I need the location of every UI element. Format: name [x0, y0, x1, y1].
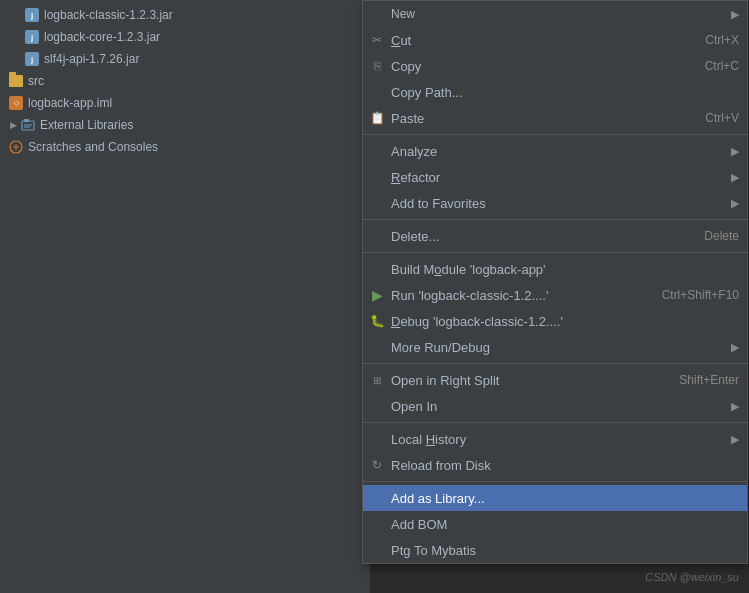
- submenu-arrow: ▶: [731, 341, 739, 354]
- reload-icon: ↻: [369, 457, 385, 473]
- menu-item-add-bom[interactable]: Add BOM: [363, 511, 747, 537]
- jar-icon: j: [24, 29, 40, 45]
- copy-icon: ⎘: [369, 58, 385, 74]
- menu-item-refactor[interactable]: Refactor ▶: [363, 164, 747, 190]
- shortcut-label: Shift+Enter: [679, 373, 739, 387]
- tree-item-label: src: [28, 74, 44, 88]
- tree-item-label: External Libraries: [40, 118, 133, 132]
- shortcut-label: Ctrl+V: [705, 111, 739, 125]
- menu-item-label: Ptg To Mybatis: [391, 543, 476, 558]
- separator: [363, 481, 747, 482]
- svg-rect-1: [24, 119, 29, 122]
- menu-item-copy-path[interactable]: Copy Path...: [363, 79, 747, 105]
- menu-item-label: New: [391, 7, 415, 21]
- menu-item-label: Refactor: [391, 170, 440, 185]
- folder-icon: [8, 73, 24, 89]
- separator: [363, 422, 747, 423]
- tree-item-label: Scratches and Consoles: [28, 140, 158, 154]
- menu-item-copy[interactable]: ⎘ Copy Ctrl+C: [363, 53, 747, 79]
- submenu-arrow: ▶: [731, 197, 739, 210]
- menu-item-build-module[interactable]: Build Module 'logback-app': [363, 256, 747, 282]
- menu-item-label: Delete...: [391, 229, 439, 244]
- menu-item-label-rest: ut: [400, 33, 411, 48]
- shortcut-label: Ctrl+C: [705, 59, 739, 73]
- external-lib-icon: [20, 117, 36, 133]
- submenu-arrow: ▶: [731, 433, 739, 446]
- shortcut-label: Delete: [704, 229, 739, 243]
- menu-item-ptg-to-mybatis[interactable]: Ptg To Mybatis: [363, 537, 747, 563]
- expand-arrow: ▶: [8, 120, 18, 130]
- menu-item-paste[interactable]: 📋 Paste Ctrl+V: [363, 105, 747, 131]
- menu-item-new[interactable]: New ▶: [363, 1, 747, 27]
- separator: [363, 219, 747, 220]
- menu-item-open-right-split[interactable]: ⊞ Open in Right Split Shift+Enter: [363, 367, 747, 393]
- tree-item-src[interactable]: src: [0, 70, 370, 92]
- menu-item-run[interactable]: ▶ Run 'logback-classic-1.2....' Ctrl+Shi…: [363, 282, 747, 308]
- menu-item-add-as-library[interactable]: Add as Library...: [363, 485, 747, 511]
- tree-item-slf4j-jar[interactable]: j slf4j-api-1.7.26.jar: [0, 48, 370, 70]
- iml-icon: ◇: [8, 95, 24, 111]
- menu-item-cut[interactable]: ✂ Cut Ctrl+X: [363, 27, 747, 53]
- menu-item-label: Debug 'logback-classic-1.2....': [391, 314, 563, 329]
- menu-item-label: Copy Path...: [391, 85, 463, 100]
- cut-icon: ✂: [369, 32, 385, 48]
- menu-item-more-run-debug[interactable]: More Run/Debug ▶: [363, 334, 747, 360]
- menu-item-label: Add to Favorites: [391, 196, 486, 211]
- separator: [363, 134, 747, 135]
- tree-item-external-libs[interactable]: ▶ External Libraries: [0, 114, 370, 136]
- menu-item-open-in[interactable]: Open In ▶: [363, 393, 747, 419]
- tree-item-label: slf4j-api-1.7.26.jar: [44, 52, 139, 66]
- debug-icon: 🐛: [369, 313, 385, 329]
- menu-item-label: Build Module 'logback-app': [391, 262, 546, 277]
- menu-item-label: Reload from Disk: [391, 458, 491, 473]
- split-icon: ⊞: [369, 372, 385, 388]
- scratch-icon: [8, 139, 24, 155]
- menu-item-label: Open in Right Split: [391, 373, 499, 388]
- file-tree: j logback-classic-1.2.3.jar j logback-co…: [0, 0, 370, 593]
- watermark: CSDN @weixin_su: [645, 571, 739, 583]
- menu-item-label: Open In: [391, 399, 437, 414]
- menu-item-label: Run 'logback-classic-1.2....': [391, 288, 548, 303]
- menu-item-label: More Run/Debug: [391, 340, 490, 355]
- submenu-arrow: ▶: [731, 145, 739, 158]
- menu-item-label: Add as Library...: [391, 491, 485, 506]
- tree-item-logback-core-jar[interactable]: j logback-core-1.2.3.jar: [0, 26, 370, 48]
- paste-icon: 📋: [369, 110, 385, 126]
- context-menu: New ▶ ✂ Cut Ctrl+X ⎘ Copy Ctrl+C Copy Pa…: [362, 0, 748, 564]
- separator: [363, 252, 747, 253]
- menu-item-label: Copy: [391, 59, 421, 74]
- jar-icon: j: [24, 51, 40, 67]
- menu-item-add-to-favorites[interactable]: Add to Favorites ▶: [363, 190, 747, 216]
- menu-item-label: Local History: [391, 432, 466, 447]
- menu-item-reload[interactable]: ↻ Reload from Disk: [363, 452, 747, 478]
- submenu-arrow: ▶: [731, 8, 739, 21]
- tree-item-logback-iml[interactable]: ◇ logback-app.iml: [0, 92, 370, 114]
- tree-item-label: logback-app.iml: [28, 96, 112, 110]
- separator: [363, 363, 747, 364]
- run-icon: ▶: [369, 287, 385, 303]
- tree-item-logback-classic-jar[interactable]: j logback-classic-1.2.3.jar: [0, 4, 370, 26]
- menu-item-label: Add BOM: [391, 517, 447, 532]
- menu-item-label: C: [391, 33, 400, 48]
- tree-item-label: logback-core-1.2.3.jar: [44, 30, 160, 44]
- tree-item-scratches[interactable]: Scratches and Consoles: [0, 136, 370, 158]
- menu-item-label: Analyze: [391, 144, 437, 159]
- menu-item-analyze[interactable]: Analyze ▶: [363, 138, 747, 164]
- shortcut-label: Ctrl+Shift+F10: [662, 288, 739, 302]
- menu-item-local-history[interactable]: Local History ▶: [363, 426, 747, 452]
- menu-item-label: Paste: [391, 111, 424, 126]
- menu-item-debug[interactable]: 🐛 Debug 'logback-classic-1.2....': [363, 308, 747, 334]
- submenu-arrow: ▶: [731, 400, 739, 413]
- jar-icon: j: [24, 7, 40, 23]
- submenu-arrow: ▶: [731, 171, 739, 184]
- tree-item-label: logback-classic-1.2.3.jar: [44, 8, 173, 22]
- menu-item-delete[interactable]: Delete... Delete: [363, 223, 747, 249]
- shortcut-label: Ctrl+X: [705, 33, 739, 47]
